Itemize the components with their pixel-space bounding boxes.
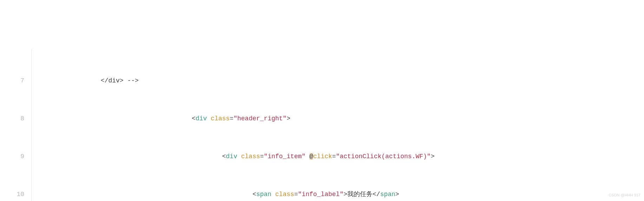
line-number: 8 <box>0 112 24 125</box>
indent <box>40 115 192 122</box>
line-number: 10 <box>0 188 24 201</box>
attr-value: "info_label" <box>298 191 344 198</box>
tag-div: div <box>226 153 237 160</box>
close-div-comment: </div> <box>101 77 124 84</box>
tag-span: span <box>380 191 395 198</box>
indent <box>40 153 222 160</box>
attr-value: "info_item" <box>264 153 305 160</box>
attr-value: "header_right" <box>234 115 287 122</box>
code-line-7[interactable]: </div> --> <box>40 74 644 87</box>
line-number-gutter: 7 8 9 10 11 12 13 14 15 16 17 18 19 20 2… <box>0 49 32 201</box>
gt: > <box>431 153 435 160</box>
at-symbol: @ <box>309 153 313 160</box>
gt: > <box>287 115 290 122</box>
tag-div: div <box>196 115 207 122</box>
attr-click: click <box>313 153 332 160</box>
code-editor: 7 8 9 10 11 12 13 14 15 16 17 18 19 20 2… <box>0 49 644 201</box>
attr-value: "actionClick(actions.WF)" <box>336 153 431 160</box>
gt: > <box>395 191 399 198</box>
lt-slash: </ <box>373 191 380 198</box>
lt: < <box>222 153 226 160</box>
code-line-10[interactable]: <span class="info_label">我的任务</span> <box>40 188 644 201</box>
text-content: 我的任务 <box>347 191 373 198</box>
lt: < <box>192 115 196 122</box>
line-number: 9 <box>0 150 24 163</box>
tag-span: span <box>256 191 271 198</box>
gt: > <box>343 191 347 198</box>
comment-end: --> <box>124 77 139 84</box>
indent <box>40 77 101 84</box>
lt: < <box>252 191 256 198</box>
code-line-9[interactable]: <div class="info_item" @click="actionCli… <box>40 150 644 163</box>
indent <box>40 191 252 198</box>
attr-class: class <box>275 191 294 198</box>
attr-class: class <box>241 153 260 160</box>
line-number: 7 <box>0 74 24 87</box>
attr-class: class <box>211 115 230 122</box>
code-area[interactable]: </div> --> <div class="header_right"> <d… <box>32 49 644 201</box>
code-line-8[interactable]: <div class="header_right"> <box>40 112 644 125</box>
